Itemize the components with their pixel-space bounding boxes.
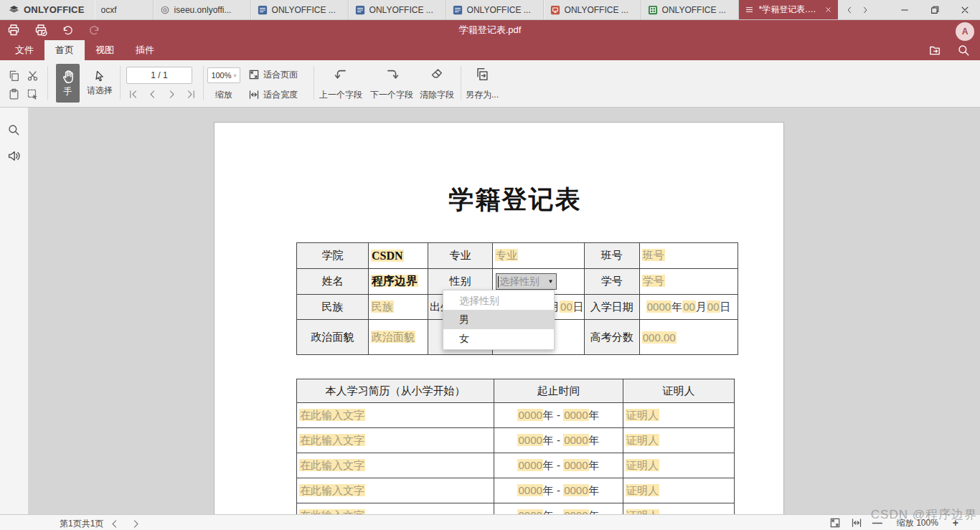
text-segment: 年 <box>589 459 600 471</box>
fit-page-button[interactable]: 适合页面 <box>248 67 298 82</box>
form-field[interactable]: 政治面貌 <box>369 320 428 355</box>
browser-tab[interactable]: ONLYOFFICE ... <box>349 0 446 19</box>
minimize-button[interactable] <box>890 0 920 19</box>
resume-field[interactable]: 在此输入文字 <box>297 428 494 453</box>
browser-tab-active[interactable]: *学籍登记表.pdf <box>739 0 838 19</box>
gender-combobox[interactable]: 选择性别 ▼ <box>496 273 557 290</box>
form-field[interactable]: 民族 <box>369 295 428 320</box>
zoom-out-button[interactable]: — <box>872 517 882 529</box>
history-column-header: 起止时间 <box>494 379 623 403</box>
statusbar-next-page-icon[interactable] <box>131 519 141 529</box>
tab-label: *学籍登记表.pdf <box>759 4 819 16</box>
document-icon <box>355 5 365 15</box>
cut-button[interactable] <box>24 67 40 83</box>
redo-button[interactable] <box>88 24 100 37</box>
copy-button[interactable] <box>6 67 22 83</box>
form-field[interactable]: 学号 <box>639 269 738 295</box>
paste-button[interactable] <box>6 86 22 102</box>
resume-field[interactable]: 在此输入文字 <box>297 453 494 478</box>
clear-fields-button[interactable]: 清除字段 <box>418 65 456 103</box>
open-file-location-icon[interactable] <box>928 44 941 57</box>
resume-field[interactable]: 在此输入文字 <box>297 403 494 428</box>
zoom-select[interactable]: 100% ˅ <box>207 67 240 83</box>
menu-tab-view[interactable]: 视图 <box>85 40 125 60</box>
witness-field[interactable]: 证明人 <box>623 503 735 515</box>
menu-tab-file[interactable]: 文件 <box>4 40 44 60</box>
next-page-icon[interactable] <box>166 89 177 100</box>
browser-tab[interactable]: ONLYOFFICE ... <box>641 0 739 19</box>
form-field[interactable]: 000.00 <box>639 320 738 355</box>
browser-tab[interactable]: ONLYOFFICE ... <box>251 0 349 19</box>
dropdown-option[interactable]: 男 <box>443 310 554 329</box>
menu-tab-plugins[interactable]: 插件 <box>125 40 165 60</box>
gender-dropdown: 选择性别男女 <box>443 290 555 350</box>
form-field[interactable]: 专业 <box>493 243 585 269</box>
field-value-segment: 0000 <box>517 409 542 421</box>
quick-print-button[interactable] <box>34 24 47 37</box>
time-range-field[interactable]: 0000年 - 0000年 <box>494 453 623 478</box>
combo-caret-icon[interactable]: ▼ <box>545 278 556 285</box>
zoom-in-button[interactable]: + <box>953 517 958 529</box>
gender-combobox-value: 选择性别 <box>499 275 545 288</box>
document-viewport[interactable]: 学籍登记表 学院CSDN专业专业班号班号姓名程序边界性别学号学号民族民族出生日期… <box>29 108 980 514</box>
close-window-button[interactable] <box>950 0 980 19</box>
print-button[interactable] <box>7 24 20 37</box>
find-icon[interactable] <box>7 123 20 136</box>
presentation-icon <box>550 5 560 15</box>
dropdown-option[interactable]: 选择性别 <box>443 291 554 310</box>
dropdown-option[interactable]: 女 <box>443 329 554 349</box>
last-page-icon[interactable] <box>186 89 197 100</box>
undo-button[interactable] <box>62 24 74 37</box>
field-value-segment: 0000 <box>563 509 588 515</box>
history-row: 在此输入文字0000年 - 0000年证明人 <box>297 428 735 453</box>
witness-field[interactable]: 证明人 <box>623 453 735 478</box>
statusbar-fit-page-icon[interactable] <box>829 517 841 529</box>
text-segment: 年 <box>589 409 600 421</box>
select-tool-button[interactable]: 请选择 <box>83 64 117 103</box>
feedback-icon[interactable] <box>7 149 21 163</box>
save-as-button[interactable]: 另存为... <box>463 65 501 103</box>
history-row: 在此输入文字0000年 - 0000年证明人 <box>297 453 735 478</box>
field-value-segment: 0000 <box>563 434 588 446</box>
resume-field[interactable]: 在此输入文字 <box>297 478 494 503</box>
form-field[interactable]: 0000年00月00日 <box>639 295 738 320</box>
left-panel <box>0 108 29 514</box>
time-range-field[interactable]: 0000年 - 0000年 <box>494 428 623 453</box>
first-page-icon[interactable] <box>128 89 138 100</box>
avatar[interactable]: A <box>956 22 974 41</box>
witness-field[interactable]: 证明人 <box>623 478 735 503</box>
tab-label: ONLYOFFICE ... <box>662 5 726 15</box>
fit-width-button[interactable]: 适合宽度 <box>248 87 298 103</box>
witness-field[interactable]: 证明人 <box>623 428 735 453</box>
field-label: 班号 <box>584 243 639 269</box>
browser-tab[interactable]: ONLYOFFICE ... <box>544 0 641 19</box>
next-field-button[interactable]: 下一个字段 <box>368 65 415 103</box>
time-range-field[interactable]: 0000年 - 0000年 <box>494 478 623 503</box>
page-number-input[interactable]: 1 / 1 <box>126 67 192 84</box>
tab-scroll-right-icon[interactable] <box>861 6 870 14</box>
document-icon <box>258 5 268 15</box>
hand-tool-button[interactable]: 手 <box>56 64 80 103</box>
search-icon[interactable] <box>957 44 970 57</box>
time-range-field[interactable]: 0000年 - 0000年 <box>494 503 623 515</box>
field-label: 学院 <box>297 243 369 269</box>
close-tab-icon[interactable] <box>824 6 832 14</box>
maximize-button[interactable] <box>920 0 950 19</box>
form-field[interactable]: 班号 <box>639 243 738 269</box>
select-area-button[interactable] <box>24 86 40 102</box>
witness-field[interactable]: 证明人 <box>623 403 735 428</box>
statusbar-fit-width-icon[interactable] <box>851 517 862 529</box>
form-field[interactable]: 程序边界 <box>369 269 428 295</box>
field-label: 姓名 <box>297 269 369 295</box>
previous-page-icon[interactable] <box>147 89 158 100</box>
browser-tab[interactable]: iseeu.onlyoffi... <box>154 0 251 19</box>
tab-scroll-left-icon[interactable] <box>845 6 854 14</box>
menu-tab-home[interactable]: 首页 <box>44 40 85 60</box>
resume-field[interactable]: 在此输入文字 <box>297 503 494 515</box>
browser-tab[interactable]: ocxf <box>95 0 154 19</box>
time-range-field[interactable]: 0000年 - 0000年 <box>494 403 623 428</box>
browser-tab[interactable]: ONLYOFFICE ... <box>446 0 544 19</box>
form-field[interactable]: CSDN <box>369 243 428 269</box>
previous-field-button[interactable]: 上一个字段 <box>316 65 366 103</box>
statusbar-prev-page-icon[interactable] <box>109 519 120 529</box>
